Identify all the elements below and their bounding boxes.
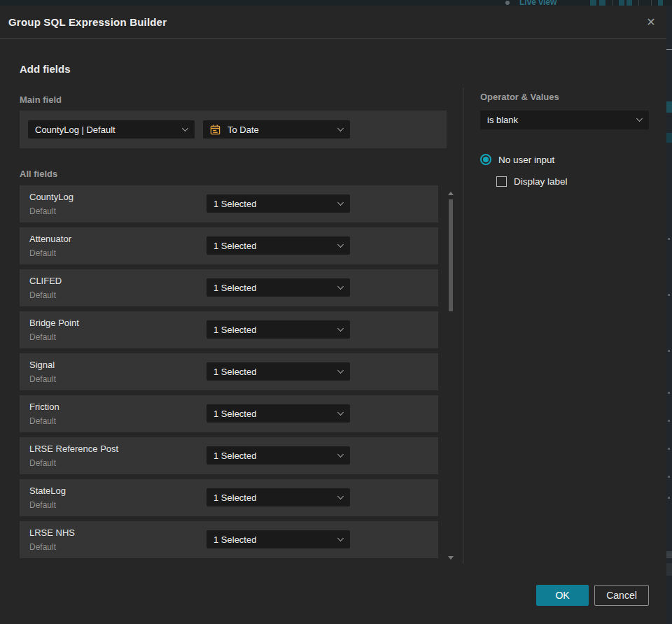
all-fields-list: CountyLog Default 1 Selected Attenuator … [20,185,438,563]
chevron-down-icon [337,409,344,416]
background-fragment [668,420,670,422]
background-fragment [668,294,670,296]
main-field-select-value: CountyLog | Default [35,125,115,135]
background-separator [612,0,612,6]
column-divider [463,87,463,564]
background-toolbar-fragment [599,0,606,6]
main-field-label: Main field [20,94,62,105]
background-fragment [666,563,672,576]
chevron-down-icon [337,367,344,374]
no-user-input-option: No user input [480,154,554,165]
field-row: Signal Default 1 Selected [20,353,438,390]
operator-values-label: Operator & Values [480,92,559,102]
background-fragment [668,476,670,478]
chevron-down-icon [337,325,344,332]
add-fields-heading: Add fields [20,63,71,75]
close-icon[interactable]: ✕ [644,15,658,29]
field-variant: Default [29,374,56,384]
field-selected-dropdown[interactable]: 1 Selected [206,278,350,297]
background-fragment [668,448,670,450]
field-row: CountyLog Default 1 Selected [20,185,438,222]
main-field-type-select[interactable]: To Date [203,120,350,139]
field-selected-dropdown[interactable]: 1 Selected [206,236,350,255]
live-view-dot-icon [505,1,510,5]
background-toolbar-fragment [626,0,632,6]
field-name: StateLog [29,485,66,496]
field-name: CountyLog [29,192,74,202]
field-selected-value: 1 Selected [214,283,256,293]
operator-select[interactable]: is blank [480,111,649,129]
group-sql-expression-builder-dialog: Group SQL Expression Builder ✕ Add field… [0,6,666,624]
field-name: Friction [29,402,59,412]
chevron-down-icon [337,493,344,499]
field-variant: Default [29,458,56,468]
field-selected-dropdown[interactable]: 1 Selected [206,488,350,506]
background-fragment [668,392,670,394]
field-selected-value: 1 Selected [214,325,256,335]
scroll-down-arrow-icon[interactable] [448,556,454,560]
field-name: Attenuator [29,234,71,244]
field-variant: Default [29,248,56,258]
field-variant: Default [29,332,56,342]
all-fields-label: All fields [20,169,57,179]
field-row: LRSE NHS Default 1 Selected [20,521,438,558]
calendar-icon [210,125,220,135]
field-name: Signal [29,360,55,370]
main-field-select[interactable]: CountyLog | Default [28,120,195,139]
field-name: LRSE Reference Post [29,444,118,454]
background-fragment [666,133,672,143]
field-row: Friction Default 1 Selected [20,395,438,432]
chevron-down-icon [337,451,344,458]
field-name: CLIFED [29,276,62,286]
background-fragment [666,551,672,558]
list-scrollbar[interactable] [445,186,456,564]
background-toolbar-fragment [590,0,596,6]
chevron-down-icon [337,535,344,541]
field-variant: Default [29,500,56,510]
scroll-up-arrow-icon[interactable] [448,192,454,195]
field-selected-value: 1 Selected [214,451,256,461]
radio-selected-dot [483,157,489,162]
chevron-down-icon [182,125,188,132]
field-selected-value: 1 Selected [214,492,256,503]
background-app-strip-top: Live view [0,0,672,6]
chevron-down-icon [337,199,344,206]
background-fragment [668,238,670,240]
field-selected-value: 1 Selected [214,534,256,545]
background-toolbar-fragment [619,0,624,6]
scrollbar-thumb[interactable] [449,199,453,311]
background-fragment [668,350,670,352]
background-toolbar-fragment [658,0,663,6]
field-selected-dropdown[interactable]: 1 Selected [206,320,350,339]
no-user-input-label: No user input [498,155,554,165]
background-fragment [666,101,672,113]
field-selected-dropdown[interactable]: 1 Selected [206,530,350,548]
background-fragment [666,49,672,50]
background-app-strip-right [666,6,672,624]
field-variant: Default [29,542,56,552]
field-selected-dropdown[interactable]: 1 Selected [206,404,350,423]
display-label-checkbox[interactable] [496,176,507,187]
background-separator [638,0,639,6]
operator-value: is blank [487,115,518,125]
display-label-text: Display label [514,176,568,187]
field-row: Bridge Point Default 1 Selected [20,311,438,348]
background-fragment [668,497,670,499]
ok-button[interactable]: OK [536,585,589,606]
field-variant: Default [29,206,56,216]
main-field-panel: CountyLog | Default To Date [20,111,447,148]
field-selected-value: 1 Selected [214,367,256,377]
live-view-label: Live view [519,0,556,6]
field-selected-value: 1 Selected [214,199,256,209]
field-row: CLIFED Default 1 Selected [20,269,438,306]
cancel-button[interactable]: Cancel [594,585,649,606]
field-selected-dropdown[interactable]: 1 Selected [206,446,350,465]
field-selected-dropdown[interactable]: 1 Selected [206,362,350,381]
field-name: LRSE NHS [29,527,75,538]
field-selected-dropdown[interactable]: 1 Selected [206,194,350,213]
chevron-down-icon [337,241,344,248]
field-selected-value: 1 Selected [214,241,256,251]
field-name: Bridge Point [29,318,79,328]
no-user-input-radio[interactable] [480,154,491,165]
dialog-header: Group SQL Expression Builder ✕ [0,6,666,39]
